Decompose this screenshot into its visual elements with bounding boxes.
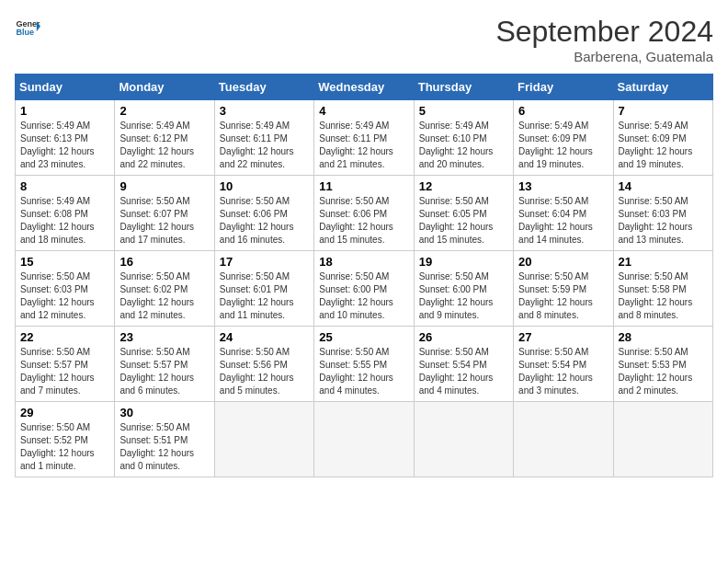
day-number: 10 — [220, 179, 309, 193]
calendar-cell: 15Sunrise: 5:50 AM Sunset: 6:03 PM Dayli… — [16, 251, 115, 327]
title-block: September 2024 Barberena, Guatemala — [495, 15, 713, 64]
day-info: Sunrise: 5:49 AM Sunset: 6:09 PM Dayligh… — [619, 120, 708, 171]
day-number: 27 — [518, 330, 608, 344]
day-info: Sunrise: 5:50 AM Sunset: 6:00 PM Dayligh… — [419, 270, 508, 322]
day-info: Sunrise: 5:50 AM Sunset: 6:06 PM Dayligh… — [319, 195, 408, 247]
day-info: Sunrise: 5:50 AM Sunset: 6:00 PM Dayligh… — [319, 270, 408, 322]
calendar-cell: 27Sunrise: 5:50 AM Sunset: 5:54 PM Dayli… — [514, 327, 613, 402]
calendar-cell: 21Sunrise: 5:50 AM Sunset: 5:58 PM Dayli… — [613, 251, 712, 327]
day-number: 7 — [619, 104, 708, 118]
day-info: Sunrise: 5:50 AM Sunset: 5:52 PM Dayligh… — [20, 421, 109, 473]
logo: General Blue — [15, 15, 40, 40]
day-info: Sunrise: 5:50 AM Sunset: 6:03 PM Dayligh… — [619, 195, 708, 247]
day-number: 6 — [518, 104, 608, 118]
calendar-cell: 22Sunrise: 5:50 AM Sunset: 5:57 PM Dayli… — [16, 327, 115, 402]
day-info: Sunrise: 5:50 AM Sunset: 5:53 PM Dayligh… — [619, 346, 708, 397]
day-number: 9 — [119, 179, 209, 193]
day-info: Sunrise: 5:50 AM Sunset: 5:51 PM Dayligh… — [119, 421, 209, 473]
calendar-cell: 10Sunrise: 5:50 AM Sunset: 6:06 PM Dayli… — [214, 176, 313, 251]
calendar-cell: 9Sunrise: 5:50 AM Sunset: 6:07 PM Daylig… — [115, 176, 214, 251]
calendar-cell: 17Sunrise: 5:50 AM Sunset: 6:01 PM Dayli… — [214, 251, 313, 327]
logo-icon: General Blue — [15, 15, 40, 40]
calendar-cell: 16Sunrise: 5:50 AM Sunset: 6:02 PM Dayli… — [115, 251, 214, 327]
day-number: 24 — [220, 330, 309, 344]
day-number: 5 — [419, 104, 508, 118]
day-info: Sunrise: 5:49 AM Sunset: 6:09 PM Dayligh… — [518, 120, 608, 171]
day-info: Sunrise: 5:50 AM Sunset: 6:01 PM Dayligh… — [220, 270, 309, 322]
day-number: 14 — [619, 179, 708, 193]
day-info: Sunrise: 5:50 AM Sunset: 6:05 PM Dayligh… — [419, 195, 508, 247]
day-info: Sunrise: 5:50 AM Sunset: 5:57 PM Dayligh… — [20, 346, 109, 397]
day-info: Sunrise: 5:49 AM Sunset: 6:12 PM Dayligh… — [119, 120, 209, 171]
calendar-cell: 19Sunrise: 5:50 AM Sunset: 6:00 PM Dayli… — [414, 251, 513, 327]
calendar-cell: 18Sunrise: 5:50 AM Sunset: 6:00 PM Dayli… — [314, 251, 414, 327]
calendar-cell — [314, 402, 414, 477]
day-info: Sunrise: 5:50 AM Sunset: 5:58 PM Dayligh… — [619, 270, 708, 322]
calendar-cell: 28Sunrise: 5:50 AM Sunset: 5:53 PM Dayli… — [613, 327, 712, 402]
day-info: Sunrise: 5:50 AM Sunset: 5:54 PM Dayligh… — [518, 346, 608, 397]
calendar-week-2: 8Sunrise: 5:49 AM Sunset: 6:08 PM Daylig… — [16, 176, 713, 251]
day-info: Sunrise: 5:49 AM Sunset: 6:13 PM Dayligh… — [20, 120, 109, 171]
day-number: 11 — [319, 179, 408, 193]
day-number: 3 — [220, 104, 309, 118]
weekday-header-sunday: Sunday — [16, 75, 115, 100]
calendar-cell — [514, 402, 613, 477]
calendar-cell: 29Sunrise: 5:50 AM Sunset: 5:52 PM Dayli… — [16, 402, 115, 477]
location: Barberena, Guatemala — [495, 49, 713, 64]
day-number: 13 — [518, 179, 608, 193]
weekday-header-friday: Friday — [514, 75, 613, 100]
day-info: Sunrise: 5:49 AM Sunset: 6:11 PM Dayligh… — [319, 120, 408, 171]
day-info: Sunrise: 5:50 AM Sunset: 5:57 PM Dayligh… — [119, 346, 209, 397]
day-number: 2 — [119, 104, 209, 118]
calendar-week-5: 29Sunrise: 5:50 AM Sunset: 5:52 PM Dayli… — [16, 402, 713, 477]
day-info: Sunrise: 5:50 AM Sunset: 6:06 PM Dayligh… — [220, 195, 309, 247]
calendar-week-4: 22Sunrise: 5:50 AM Sunset: 5:57 PM Dayli… — [16, 327, 713, 402]
calendar-cell: 1Sunrise: 5:49 AM Sunset: 6:13 PM Daylig… — [16, 100, 115, 176]
calendar-cell: 5Sunrise: 5:49 AM Sunset: 6:10 PM Daylig… — [414, 100, 513, 176]
calendar-cell: 8Sunrise: 5:49 AM Sunset: 6:08 PM Daylig… — [16, 176, 115, 251]
calendar-cell: 4Sunrise: 5:49 AM Sunset: 6:11 PM Daylig… — [314, 100, 414, 176]
day-number: 8 — [20, 179, 109, 193]
page-header: General Blue September 2024 Barberena, G… — [15, 15, 713, 64]
day-info: Sunrise: 5:50 AM Sunset: 6:04 PM Dayligh… — [518, 195, 608, 247]
day-number: 30 — [119, 406, 209, 419]
calendar-cell: 12Sunrise: 5:50 AM Sunset: 6:05 PM Dayli… — [414, 176, 513, 251]
day-number: 12 — [419, 179, 508, 193]
day-info: Sunrise: 5:50 AM Sunset: 5:54 PM Dayligh… — [419, 346, 508, 397]
day-info: Sunrise: 5:50 AM Sunset: 5:59 PM Dayligh… — [518, 270, 608, 322]
day-number: 26 — [419, 330, 508, 344]
calendar-cell: 24Sunrise: 5:50 AM Sunset: 5:56 PM Dayli… — [214, 327, 313, 402]
calendar-week-3: 15Sunrise: 5:50 AM Sunset: 6:03 PM Dayli… — [16, 251, 713, 327]
day-number: 28 — [619, 330, 708, 344]
calendar-cell — [613, 402, 712, 477]
day-number: 29 — [20, 406, 109, 419]
day-number: 17 — [220, 255, 309, 269]
day-info: Sunrise: 5:49 AM Sunset: 6:11 PM Dayligh… — [220, 120, 309, 171]
calendar-cell: 26Sunrise: 5:50 AM Sunset: 5:54 PM Dayli… — [414, 327, 513, 402]
calendar-cell: 3Sunrise: 5:49 AM Sunset: 6:11 PM Daylig… — [214, 100, 313, 176]
weekday-header-monday: Monday — [115, 75, 214, 100]
calendar-cell: 6Sunrise: 5:49 AM Sunset: 6:09 PM Daylig… — [514, 100, 613, 176]
day-info: Sunrise: 5:49 AM Sunset: 6:10 PM Dayligh… — [419, 120, 508, 171]
calendar-cell: 13Sunrise: 5:50 AM Sunset: 6:04 PM Dayli… — [514, 176, 613, 251]
day-number: 4 — [319, 104, 408, 118]
weekday-header-saturday: Saturday — [613, 75, 712, 100]
calendar-cell: 23Sunrise: 5:50 AM Sunset: 5:57 PM Dayli… — [115, 327, 214, 402]
day-number: 19 — [419, 255, 508, 269]
calendar-cell: 30Sunrise: 5:50 AM Sunset: 5:51 PM Dayli… — [115, 402, 214, 477]
calendar-cell: 2Sunrise: 5:49 AM Sunset: 6:12 PM Daylig… — [115, 100, 214, 176]
calendar-cell: 25Sunrise: 5:50 AM Sunset: 5:55 PM Dayli… — [314, 327, 414, 402]
day-info: Sunrise: 5:50 AM Sunset: 5:55 PM Dayligh… — [319, 346, 408, 397]
weekday-header-tuesday: Tuesday — [214, 75, 313, 100]
svg-text:Blue: Blue — [16, 28, 34, 37]
day-number: 25 — [319, 330, 408, 344]
day-number: 18 — [319, 255, 408, 269]
month-title: September 2024 — [495, 15, 713, 49]
calendar-cell: 20Sunrise: 5:50 AM Sunset: 5:59 PM Dayli… — [514, 251, 613, 327]
calendar-cell: 7Sunrise: 5:49 AM Sunset: 6:09 PM Daylig… — [613, 100, 712, 176]
day-info: Sunrise: 5:50 AM Sunset: 6:02 PM Dayligh… — [119, 270, 209, 322]
day-number: 15 — [20, 255, 109, 269]
day-number: 16 — [119, 255, 209, 269]
day-number: 20 — [518, 255, 608, 269]
weekday-header-wednesday: Wednesday — [314, 75, 414, 100]
